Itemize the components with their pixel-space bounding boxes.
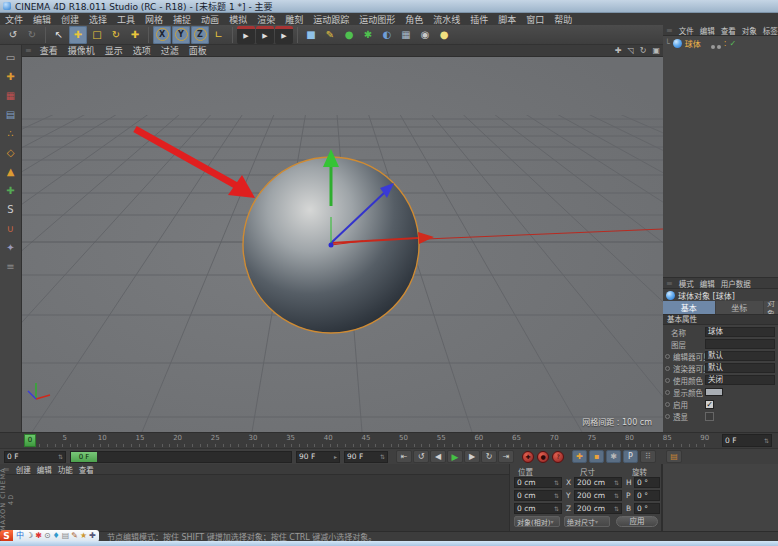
next-frame-button[interactable]: ▶ bbox=[464, 450, 480, 463]
menu-item[interactable]: 雕刻 bbox=[280, 13, 308, 25]
ime-icon[interactable]: ✚ bbox=[89, 530, 96, 542]
lock-z-axis-icon[interactable]: Z bbox=[191, 26, 209, 44]
go-to-end-button[interactable]: ⇥ bbox=[498, 450, 514, 463]
ime-icon[interactable]: ♦ bbox=[53, 530, 60, 542]
spinner-icon[interactable]: ⇅ bbox=[554, 479, 559, 486]
tab-object[interactable]: 对象 bbox=[764, 301, 778, 314]
add-deformer-icon[interactable]: ✱ bbox=[359, 26, 377, 44]
key-scale-toggle[interactable]: ▪ bbox=[589, 450, 604, 463]
viewport-menu-item[interactable]: 过滤 bbox=[156, 45, 184, 57]
menu-item[interactable]: 模拟 bbox=[224, 13, 252, 25]
previous-frame-button[interactable]: ◀ bbox=[430, 450, 446, 463]
display-color-swatch[interactable] bbox=[705, 388, 723, 396]
lock-y-axis-icon[interactable]: Y bbox=[172, 26, 190, 44]
spinner-icon[interactable]: ⇅ bbox=[614, 492, 619, 499]
mode-tool-icon[interactable]: ∴ bbox=[2, 126, 20, 142]
render-picture-viewer-icon[interactable]: ▶ bbox=[256, 26, 274, 44]
tab-basic[interactable]: 基本 bbox=[663, 301, 715, 314]
anim-dot-icon[interactable] bbox=[665, 378, 670, 383]
rotation-b-value[interactable]: 0 ° bbox=[637, 504, 648, 513]
key-position-toggle[interactable]: ✚ bbox=[572, 450, 587, 463]
forward-icon[interactable]: ▸ bbox=[334, 453, 337, 460]
live-selection-icon[interactable]: ↖ bbox=[50, 26, 68, 44]
range-start-field[interactable]: 0 F⇅ bbox=[4, 451, 66, 463]
viewport-menu-item[interactable]: 摄像机 bbox=[63, 45, 100, 57]
menu-item[interactable]: 捕捉 bbox=[168, 13, 196, 25]
rotate-tool-icon[interactable]: ↻ bbox=[107, 26, 125, 44]
go-to-start-button[interactable]: ⇤ bbox=[396, 450, 412, 463]
tab-coordinates[interactable]: 坐标 bbox=[716, 301, 764, 314]
mode-tool-icon[interactable]: ◇ bbox=[2, 145, 20, 161]
menu-item[interactable]: 文件 bbox=[0, 13, 28, 25]
ime-icon[interactable]: ★ bbox=[80, 530, 87, 542]
play-button[interactable]: ▶ bbox=[447, 450, 463, 463]
mode-tool-icon[interactable]: ✦ bbox=[2, 240, 20, 256]
end-frame-value[interactable]: 90 F bbox=[347, 452, 363, 461]
material-menu-item[interactable]: 创建 bbox=[13, 464, 34, 475]
ime-icon[interactable]: ✎ bbox=[71, 530, 78, 542]
rotation-b-field[interactable]: 0 ° bbox=[634, 503, 660, 514]
render-view-icon[interactable]: ▶ bbox=[237, 26, 255, 44]
mode-tool-icon[interactable]: S bbox=[2, 202, 20, 218]
grip-icon[interactable]: ≡ bbox=[663, 279, 676, 288]
add-spline-pen-icon[interactable]: ✎ bbox=[321, 26, 339, 44]
attribute-menu-item[interactable]: 模式 bbox=[676, 278, 697, 289]
ime-toolbar[interactable]: S 中☽✱⊙♦▤✎★✚ bbox=[0, 530, 99, 542]
menu-item[interactable]: 网格 bbox=[140, 13, 168, 25]
position-y-field[interactable]: 0 cm⇅ bbox=[514, 490, 562, 501]
ime-icon[interactable]: ✱ bbox=[35, 530, 42, 542]
mode-tool-icon[interactable]: ▤ bbox=[2, 107, 20, 123]
grip-icon[interactable]: ≡ bbox=[663, 26, 676, 35]
name-field[interactable]: 球体 bbox=[705, 327, 775, 337]
spinner-icon[interactable]: ⇅ bbox=[554, 492, 559, 499]
size-z-field[interactable]: 200 cm⇅ bbox=[574, 503, 622, 514]
layer-dots-icon[interactable]: : bbox=[724, 39, 727, 48]
record-keyframe-button[interactable]: ✚ bbox=[522, 451, 534, 463]
spinner-icon[interactable]: ⇅ bbox=[764, 437, 769, 444]
spinner-icon[interactable]: ⇅ bbox=[614, 505, 619, 512]
object-manager-menu-item[interactable]: 对象 bbox=[739, 25, 760, 36]
ime-icon[interactable]: ⊙ bbox=[44, 530, 51, 542]
anim-dot-icon[interactable] bbox=[665, 402, 670, 407]
render-settings-icon[interactable]: ▶ bbox=[275, 26, 293, 44]
mode-tool-icon[interactable]: ≡ bbox=[2, 259, 20, 275]
material-menu-item[interactable]: 编辑 bbox=[34, 464, 55, 475]
range-start-value[interactable]: 0 F bbox=[7, 452, 18, 461]
range-end-value[interactable]: 90 F bbox=[299, 452, 315, 461]
add-environment-icon[interactable]: ◐ bbox=[378, 26, 396, 44]
range-slider-handle[interactable]: 0 F bbox=[71, 452, 97, 462]
range-end-field[interactable]: 90 F▸ bbox=[296, 451, 340, 463]
attribute-menu-item[interactable]: 编辑 bbox=[697, 278, 718, 289]
add-floor-icon[interactable]: ▦ bbox=[397, 26, 415, 44]
menu-item[interactable]: 运动图形 bbox=[354, 13, 400, 25]
position-x-field[interactable]: 0 cm⇅ bbox=[514, 477, 562, 488]
visibility-toggles[interactable] bbox=[709, 34, 721, 53]
spinner-icon[interactable]: ⇅ bbox=[554, 505, 559, 512]
keyframe-selection-button[interactable]: ⠿ bbox=[640, 450, 656, 463]
timeline-playhead[interactable]: 0 bbox=[24, 434, 36, 447]
mode-tool-icon[interactable]: ✚ bbox=[2, 69, 20, 85]
keyframe-options-button[interactable]: ? bbox=[552, 451, 564, 463]
mode-tool-icon[interactable]: ▲ bbox=[2, 164, 20, 180]
attribute-menu-item[interactable]: 用户数据 bbox=[718, 278, 754, 289]
size-z-value[interactable]: 200 cm bbox=[577, 504, 605, 513]
redo-icon[interactable]: ↻ bbox=[23, 26, 41, 44]
add-cube-icon[interactable]: ■ bbox=[302, 26, 320, 44]
size-x-value[interactable]: 200 cm bbox=[577, 478, 605, 487]
pan-view-icon[interactable]: ✚ bbox=[612, 46, 625, 55]
position-z-field[interactable]: 0 cm⇅ bbox=[514, 503, 562, 514]
solo-mixer-button[interactable]: ▤ bbox=[666, 450, 682, 463]
object-manager-menu-item[interactable]: 文件 bbox=[676, 25, 697, 36]
anim-dot-icon[interactable] bbox=[665, 354, 670, 359]
spinner-icon[interactable]: ⇅ bbox=[380, 453, 385, 460]
menu-item[interactable]: 流水线 bbox=[428, 13, 465, 25]
menu-item[interactable]: 角色 bbox=[400, 13, 428, 25]
size-mode-dropdown[interactable]: 绝对尺寸▾ bbox=[564, 516, 610, 527]
zoom-view-icon[interactable]: ◹ bbox=[625, 46, 637, 55]
position-x-value[interactable]: 0 cm bbox=[517, 478, 536, 487]
add-camera-icon[interactable]: ◉ bbox=[416, 26, 434, 44]
anim-dot-icon[interactable] bbox=[665, 390, 670, 395]
current-frame-field[interactable]: 0 F⇅ bbox=[722, 434, 772, 447]
lock-x-axis-icon[interactable]: X bbox=[153, 26, 171, 44]
object-manager-menu-item[interactable]: 标签 bbox=[760, 25, 778, 36]
